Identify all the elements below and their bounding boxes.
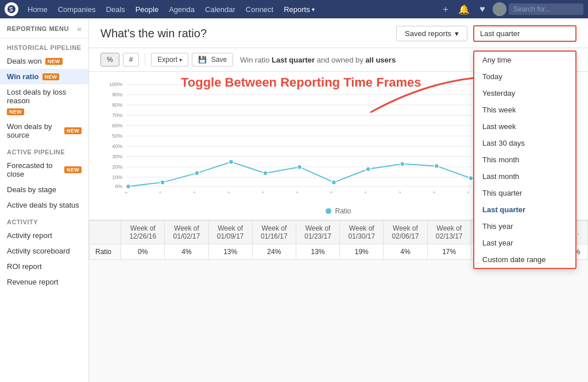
dropdown-item[interactable]: Last year — [474, 235, 575, 251]
nav-calendar[interactable]: Calendar — [200, 0, 240, 18]
toolbar-divider — [145, 54, 145, 65]
dropdown-item[interactable]: This month — [474, 151, 575, 168]
forecasted-close-badge: NEW — [64, 166, 82, 173]
svg-text:Week of 02/13/17: Week of 02/13/17 — [341, 190, 369, 193]
section-active-pipeline: Active Pipeline — [0, 143, 88, 158]
activity-report-label: Activity report — [7, 231, 52, 240]
table-cell: 13% — [296, 244, 339, 260]
deals-won-label: Deals won — [7, 57, 42, 65]
table-cell: 19% — [340, 244, 384, 260]
sidebar-item-lost-deals[interactable]: Lost deals by loss reason NEW — [0, 84, 88, 119]
dropdown-item[interactable]: Last quarter — [474, 201, 575, 218]
svg-text:0%: 0% — [115, 184, 122, 189]
sidebar: Reporting Menu « Historical Pipeline Dea… — [0, 18, 89, 382]
dropdown-item[interactable]: Any time — [474, 52, 575, 68]
top-navigation: S Home Companies Deals People Agenda Cal… — [0, 0, 588, 18]
deals-won-badge: NEW — [45, 58, 63, 65]
svg-text:20%: 20% — [112, 164, 122, 170]
sidebar-item-deals-won[interactable]: Deals won NEW — [0, 53, 88, 69]
sidebar-item-deals-by-stage[interactable]: Deals by stage — [0, 182, 88, 197]
hash-view-button[interactable]: # — [123, 53, 140, 67]
time-frame-wrapper: Any timeTodayYesterdayThis weekLast week… — [473, 25, 577, 42]
time-frame-select[interactable]: Any timeTodayYesterdayThis weekLast week… — [473, 25, 577, 42]
sidebar-header-text: Reporting Menu — [7, 25, 69, 32]
svg-point-45 — [366, 167, 370, 171]
percent-view-button[interactable]: % — [100, 53, 119, 67]
sidebar-item-activity-report[interactable]: Activity report — [0, 228, 88, 243]
dropdown-item[interactable]: This week — [474, 102, 575, 118]
svg-text:Week of 02/27/17: Week of 02/27/17 — [409, 190, 437, 193]
dropdown-item[interactable]: Custom date range — [474, 251, 575, 268]
nav-companies[interactable]: Companies — [53, 0, 100, 18]
svg-text:70%: 70% — [112, 112, 122, 118]
table-cell: 24% — [252, 244, 296, 260]
header-actions: Saved reports ▾ Any timeTodayYesterdayTh… — [396, 25, 577, 42]
svg-text:50%: 50% — [112, 133, 122, 139]
app-logo[interactable]: S — [5, 2, 18, 16]
svg-text:Week of 03/06/17: Week of 03/06/17 — [444, 190, 471, 193]
svg-point-38 — [126, 184, 130, 189]
svg-point-46 — [400, 162, 405, 166]
dropdown-item[interactable]: Last week — [474, 118, 575, 135]
add-icon[interactable]: ＋ — [438, 1, 454, 17]
saved-reports-button[interactable]: Saved reports ▾ — [396, 26, 467, 41]
activity-scoreboard-label: Activity scoreboard — [7, 247, 70, 255]
section-activity: Activity — [0, 213, 88, 228]
nav-agenda[interactable]: Agenda — [164, 0, 199, 18]
main-content: What's the win ratio? Saved reports ▾ An… — [89, 18, 588, 382]
sidebar-item-revenue-report[interactable]: Revenue report — [0, 274, 88, 290]
sidebar-item-activity-scoreboard[interactable]: Activity scoreboard — [0, 243, 88, 259]
dropdown-item[interactable]: Last month — [474, 168, 575, 185]
lost-deals-label: Lost deals by loss reason — [7, 88, 82, 105]
dropdown-item[interactable]: Today — [474, 68, 575, 85]
page-title: What's the win ratio? — [100, 27, 207, 40]
svg-point-43 — [297, 165, 302, 169]
svg-point-47 — [434, 163, 439, 168]
dropdown-item[interactable]: Yesterday — [474, 85, 575, 102]
nav-deals[interactable]: Deals — [101, 0, 129, 18]
dropdown-arrow-icon: ▾ — [455, 29, 459, 38]
table-cell: 4% — [165, 244, 208, 260]
sidebar-item-won-deals-source[interactable]: Won deals by source NEW — [0, 119, 88, 143]
svg-text:Week of 02/20/17: Week of 02/20/17 — [376, 190, 403, 193]
svg-text:Week of 01/23/17: Week of 01/23/17 — [238, 190, 266, 193]
search-input[interactable] — [509, 3, 583, 15]
sidebar-collapse-button[interactable]: « — [77, 24, 82, 33]
notification-icon[interactable]: 🔔 — [456, 1, 472, 17]
table-cell: 13% — [208, 244, 252, 260]
svg-text:30%: 30% — [112, 154, 122, 159]
legend-color-dot — [326, 208, 331, 214]
svg-point-41 — [229, 159, 233, 164]
svg-text:Week of 12/26/16: Week of 12/26/16 — [102, 190, 129, 193]
svg-text:80%: 80% — [112, 102, 122, 108]
won-deals-source-label: Won deals by source — [7, 122, 61, 139]
user-avatar[interactable] — [493, 2, 506, 16]
nav-connect[interactable]: Connect — [241, 0, 278, 18]
sidebar-item-active-deals-status[interactable]: Active deals by status — [0, 197, 88, 213]
save-button[interactable]: 💾 Save — [192, 53, 233, 67]
sidebar-item-forecasted-close[interactable]: Forecasted to close NEW — [0, 158, 88, 182]
roi-report-label: ROI report — [7, 262, 42, 271]
export-button[interactable]: Export ▾ — [151, 53, 188, 67]
save-icon: 💾 — [198, 56, 207, 64]
svg-text:Week of 02/06/17: Week of 02/06/17 — [307, 190, 335, 193]
nav-home[interactable]: Home — [23, 0, 52, 18]
dropdown-item[interactable]: Last 30 days — [474, 135, 575, 151]
svg-text:60%: 60% — [112, 123, 122, 128]
section-historical-pipeline: Historical Pipeline — [0, 38, 88, 53]
nav-reports[interactable]: Reports ▾ — [279, 0, 319, 18]
dropdown-item[interactable]: This year — [474, 218, 575, 235]
table-cell: 4% — [384, 244, 427, 260]
dropdown-item[interactable]: This quarter — [474, 185, 575, 201]
sidebar-item-roi-report[interactable]: ROI report — [0, 259, 88, 274]
active-deals-status-label: Active deals by status — [7, 201, 79, 209]
table-row-label: Ratio — [90, 244, 121, 260]
sidebar-item-win-ratio[interactable]: Win ratio NEW — [0, 69, 88, 84]
heart-icon[interactable]: ♥ — [474, 1, 490, 17]
svg-point-39 — [160, 180, 165, 185]
svg-point-40 — [195, 171, 199, 176]
nav-people[interactable]: People — [131, 0, 163, 18]
won-deals-source-badge: NEW — [64, 127, 82, 134]
win-ratio-label: Win ratio — [7, 72, 39, 81]
svg-point-42 — [263, 171, 268, 176]
